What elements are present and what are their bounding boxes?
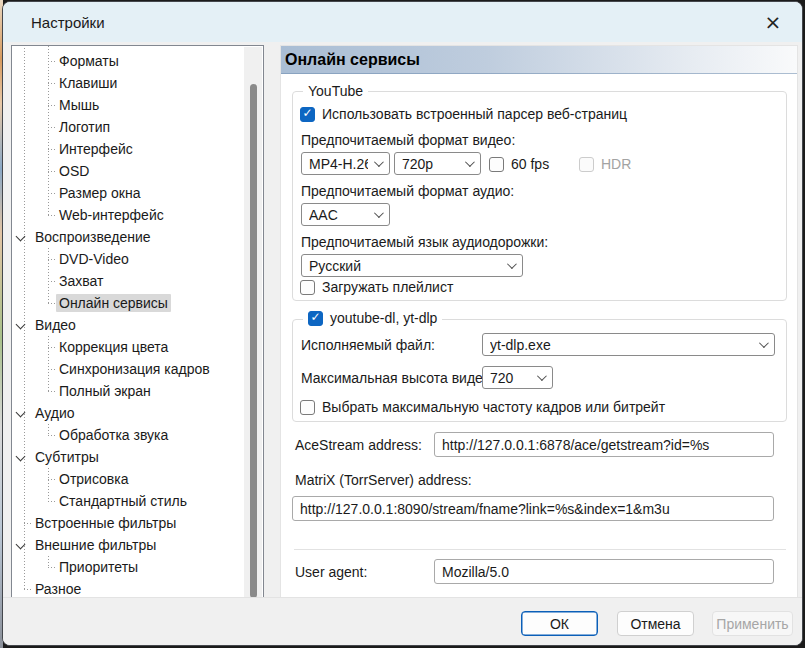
tree-item[interactable]: Приоритеты — [12, 556, 245, 578]
max-height-label: Максимальная высота видео: — [301, 370, 495, 386]
tree-item[interactable]: Субтитры — [12, 446, 245, 468]
cancel-button[interactable]: Отмена — [617, 611, 694, 636]
tree-connector-stub — [24, 523, 33, 524]
tree-item-label: Приоритеты — [56, 558, 141, 576]
tree-item-label: Форматы — [56, 52, 122, 70]
tree-item-label: Интерфейс — [56, 140, 136, 158]
resolution-select[interactable]: 720p — [394, 152, 481, 175]
group-title-label: YouTube — [308, 83, 363, 99]
matrix-input[interactable] — [292, 496, 774, 521]
hdr-checkbox-row: HDR — [579, 156, 631, 172]
tree-item-label: Синхронизация кадров — [56, 360, 213, 378]
user-agent-input[interactable] — [434, 559, 774, 584]
playlist-checkbox[interactable] — [300, 280, 315, 295]
playlist-checkbox-label: Загружать плейлист — [322, 279, 453, 295]
online-services-page: Онлайн сервисы YouTube Использовать встр… — [280, 45, 798, 600]
tree-item[interactable]: Видео — [12, 314, 245, 336]
page-title: Онлайн сервисы — [281, 51, 420, 69]
max-height-value: 720 — [490, 370, 531, 386]
fps-bitrate-checkbox-row: Выбрать максимальную частоту кадров или … — [300, 399, 665, 415]
tree-item[interactable]: Коррекция цвета — [12, 336, 245, 358]
tree-item[interactable]: Мышь — [12, 94, 245, 116]
window-title: Настройки — [3, 14, 105, 31]
expander-chevron-icon[interactable] — [16, 320, 26, 330]
tree-item[interactable]: Воспроизведение — [12, 226, 245, 248]
tree-item-label: Клавиши — [56, 74, 120, 92]
tree-item[interactable]: OSD — [12, 160, 245, 182]
playlist-checkbox-row: Загружать плейлист — [300, 279, 453, 295]
expander-chevron-icon[interactable] — [16, 232, 26, 242]
tree-item-label: Полный экран — [56, 382, 154, 400]
chevron-down-icon — [374, 157, 384, 167]
chevron-down-icon — [507, 259, 517, 269]
apply-button: Применить — [712, 611, 793, 636]
tree-connector-stub — [48, 149, 57, 150]
youtube-group: YouTube Использовать встроенный парсер в… — [292, 91, 787, 301]
tree-item[interactable]: Интерфейс — [12, 138, 245, 160]
tree-item-label: Логотип — [56, 118, 113, 136]
hdr-checkbox — [579, 157, 594, 172]
separator-line — [294, 549, 786, 550]
acestream-input[interactable] — [434, 432, 774, 457]
tree-item-label: Встроенные фильтры — [32, 514, 179, 532]
titlebar: Настройки × — [3, 2, 802, 42]
tree-item[interactable]: Логотип — [12, 116, 245, 138]
tree-item[interactable]: Полный экран — [12, 380, 245, 402]
tree-item-label: Отрисовка — [56, 470, 132, 488]
tree-item-label: Разное — [32, 580, 84, 598]
close-button[interactable]: × — [758, 8, 788, 36]
tree-item-label: Аудио — [32, 404, 78, 422]
max-height-select[interactable]: 720 — [482, 366, 553, 389]
tree-item-label: Размер окна — [56, 184, 143, 202]
tree-item-label: Стандартный стиль — [56, 492, 190, 510]
tree-item[interactable]: Отрисовка — [12, 468, 245, 490]
tree-item[interactable]: Аудио — [12, 402, 245, 424]
audio-format-select[interactable]: AAC — [301, 203, 390, 226]
tree-connector-stub — [48, 171, 57, 172]
tree-item[interactable]: Web-интерфейс — [12, 204, 245, 226]
expander-chevron-icon[interactable] — [16, 408, 26, 418]
expander-chevron-icon[interactable] — [16, 452, 26, 462]
settings-window: Настройки × ФорматыКлавишиМышьЛоготипИнт… — [2, 1, 803, 646]
tree-item[interactable]: Размер окна — [12, 182, 245, 204]
fps-bitrate-checkbox[interactable] — [300, 400, 315, 415]
tree-connector-stub — [48, 479, 57, 480]
tree-connector-stub — [48, 127, 57, 128]
ok-button[interactable]: ОК — [521, 611, 598, 636]
tree-item[interactable]: Синхронизация кадров — [12, 358, 245, 380]
tree-item[interactable]: Клавиши — [12, 72, 245, 94]
tree-scrollbar[interactable] — [244, 47, 262, 612]
ytdl-group-title-label: youtube-dl, yt-dlp — [330, 310, 437, 326]
tree-item[interactable]: Стандартный стиль — [12, 490, 245, 512]
parser-checkbox[interactable] — [300, 107, 315, 122]
resolution-value: 720p — [402, 156, 459, 172]
ytdl-enabled-checkbox[interactable] — [308, 311, 323, 326]
exe-select[interactable]: yt-dlp.exe — [482, 333, 775, 356]
chevron-down-icon — [465, 157, 475, 167]
tree-item[interactable]: Обработка звука — [12, 424, 245, 446]
audio-format-value: AAC — [309, 207, 368, 223]
scrollbar-thumb[interactable] — [250, 84, 257, 598]
tree-item[interactable]: Форматы — [12, 50, 245, 72]
expander-chevron-icon[interactable] — [16, 540, 26, 550]
button-bar: ОК Отмена Применить — [3, 597, 802, 645]
tree-item[interactable]: Онлайн сервисы — [12, 292, 245, 314]
settings-tree: ФорматыКлавишиМышьЛоготипИнтерфейсOSDРаз… — [11, 45, 264, 614]
tree-connector-stub — [48, 303, 57, 304]
tree-connector-stub — [48, 83, 57, 84]
audio-lang-value: Русский — [309, 258, 501, 274]
tree-connector-stub — [48, 369, 57, 370]
tree-connector-stub — [48, 259, 57, 260]
tree-item[interactable]: DVD-Video — [12, 248, 245, 270]
tree-connector-stub — [48, 61, 57, 62]
parser-checkbox-label: Использовать встроенный парсер веб-стран… — [322, 106, 627, 122]
acestream-label: AceStream address: — [295, 437, 422, 453]
tree-item-label: Обработка звука — [56, 426, 171, 444]
fps-bitrate-checkbox-label: Выбрать максимальную частоту кадров или … — [322, 399, 665, 415]
video-format-select[interactable]: MP4-H.264 — [301, 152, 390, 175]
tree-item[interactable]: Встроенные фильтры — [12, 512, 245, 534]
fps-checkbox[interactable] — [489, 157, 504, 172]
tree-item[interactable]: Захват — [12, 270, 245, 292]
tree-item[interactable]: Внешние фильтры — [12, 534, 245, 556]
audio-lang-select[interactable]: Русский — [301, 254, 523, 277]
